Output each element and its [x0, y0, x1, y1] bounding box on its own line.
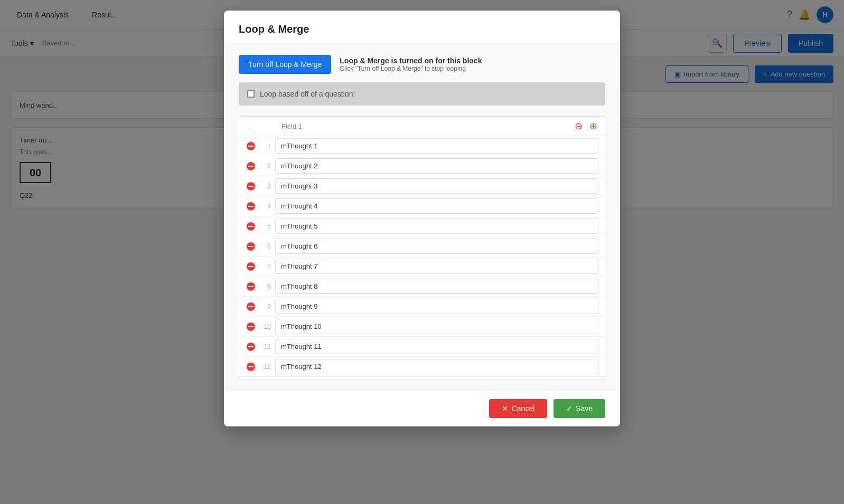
remove-row-button[interactable]: [246, 221, 256, 232]
svg-rect-17: [248, 306, 254, 307]
row-cell-input[interactable]: [275, 218, 598, 234]
svg-rect-21: [248, 346, 254, 347]
table-row: 6: [239, 236, 605, 256]
svg-rect-15: [248, 286, 254, 287]
svg-rect-7: [248, 206, 254, 207]
remove-row-button[interactable]: [246, 261, 256, 272]
table-row: 2: [239, 156, 605, 176]
table-row: 7: [239, 256, 605, 277]
table-row: 1: [239, 136, 605, 156]
svg-rect-5: [248, 186, 254, 187]
remove-row-button[interactable]: [246, 321, 256, 332]
modal-body: Turn off Loop & Merge Loop & Merge is tu…: [224, 44, 620, 390]
modal-overlay: Loop & Merge Turn off Loop & Merge Loop …: [0, 0, 844, 504]
table-row: 11: [239, 337, 605, 357]
loop-status: Loop & Merge is turned on for this block…: [340, 56, 482, 72]
table-row: 12: [239, 357, 605, 377]
row-cell-input[interactable]: [275, 299, 598, 314]
svg-rect-9: [248, 226, 254, 227]
loop-table: Field 1 ⊖ ⊕ 1234567891011121314151617181…: [239, 116, 605, 379]
modal-header: Loop & Merge: [224, 11, 620, 44]
remove-row-button[interactable]: [246, 161, 256, 172]
table-header: Field 1 ⊖ ⊕: [239, 117, 605, 136]
row-number: 6: [260, 243, 271, 250]
table-row: 10: [239, 317, 605, 337]
table-rows: 12345678910111213141516171819: [239, 136, 605, 379]
loop-header: Turn off Loop & Merge Loop & Merge is tu…: [239, 55, 605, 74]
table-row: 9: [239, 297, 605, 317]
remove-row-button[interactable]: [246, 241, 256, 252]
row-number: 5: [260, 223, 271, 230]
row-number: 12: [260, 363, 271, 370]
modal-title: Loop & Merge: [239, 23, 605, 35]
row-cell-input[interactable]: [275, 158, 598, 174]
row-cell-input[interactable]: [275, 279, 598, 294]
row-cell-input[interactable]: [275, 178, 598, 194]
row-number: 7: [260, 263, 271, 270]
row-number: 2: [260, 163, 271, 170]
remove-row-button[interactable]: [246, 281, 256, 292]
svg-rect-11: [248, 246, 254, 247]
row-number: 1: [260, 142, 271, 150]
row-number: 11: [260, 343, 271, 350]
cancel-button[interactable]: ✕ Cancel: [489, 399, 547, 418]
loop-question-box: Loop based off of a question:: [239, 82, 605, 106]
loop-merge-modal: Loop & Merge Turn off Loop & Merge Loop …: [224, 11, 620, 426]
add-column-icon[interactable]: ⊕: [588, 121, 598, 131]
row-cell-input[interactable]: [275, 239, 598, 254]
table-row: 13: [239, 377, 605, 379]
remove-row-button[interactable]: [246, 141, 256, 151]
row-cell-input[interactable]: [275, 339, 598, 354]
table-row: 4: [239, 196, 605, 216]
row-number: 10: [260, 323, 271, 330]
loop-checkbox[interactable]: [247, 90, 255, 98]
check-icon: ✓: [566, 404, 573, 413]
svg-rect-3: [248, 166, 254, 167]
remove-row-button[interactable]: [246, 341, 256, 352]
svg-rect-13: [248, 266, 254, 267]
remove-row-button[interactable]: [246, 201, 256, 212]
loop-status-title: Loop & Merge is turned on for this block: [340, 56, 482, 65]
remove-row-button[interactable]: [246, 301, 256, 312]
remove-column-icon[interactable]: ⊖: [573, 121, 584, 131]
remove-row-button[interactable]: [246, 181, 256, 192]
row-cell-input[interactable]: [275, 259, 598, 274]
row-cell-input[interactable]: [275, 319, 598, 334]
row-number: 9: [260, 303, 271, 310]
row-cell-input[interactable]: [275, 359, 598, 374]
field-header: Field 1: [260, 122, 302, 130]
row-cell-input[interactable]: [275, 138, 598, 154]
table-row: 5: [239, 216, 605, 236]
turn-off-button[interactable]: Turn off Loop & Merge: [239, 55, 331, 74]
svg-rect-19: [248, 326, 254, 327]
table-row: 8: [239, 277, 605, 297]
row-number: 8: [260, 283, 271, 290]
save-button[interactable]: ✓ Save: [554, 399, 605, 418]
remove-row-button[interactable]: [246, 362, 256, 372]
svg-rect-1: [248, 146, 254, 147]
row-number: 4: [260, 203, 271, 210]
modal-footer: ✕ Cancel ✓ Save: [224, 390, 620, 426]
row-number: 3: [260, 183, 271, 190]
loop-question-label: Loop based off of a question:: [260, 90, 355, 98]
loop-status-sub: Click "Turn off Loop & Merge" to stop lo…: [340, 65, 482, 72]
svg-rect-23: [248, 366, 254, 367]
row-cell-input[interactable]: [275, 198, 598, 214]
x-icon: ✕: [502, 404, 508, 413]
table-row: 3: [239, 176, 605, 196]
